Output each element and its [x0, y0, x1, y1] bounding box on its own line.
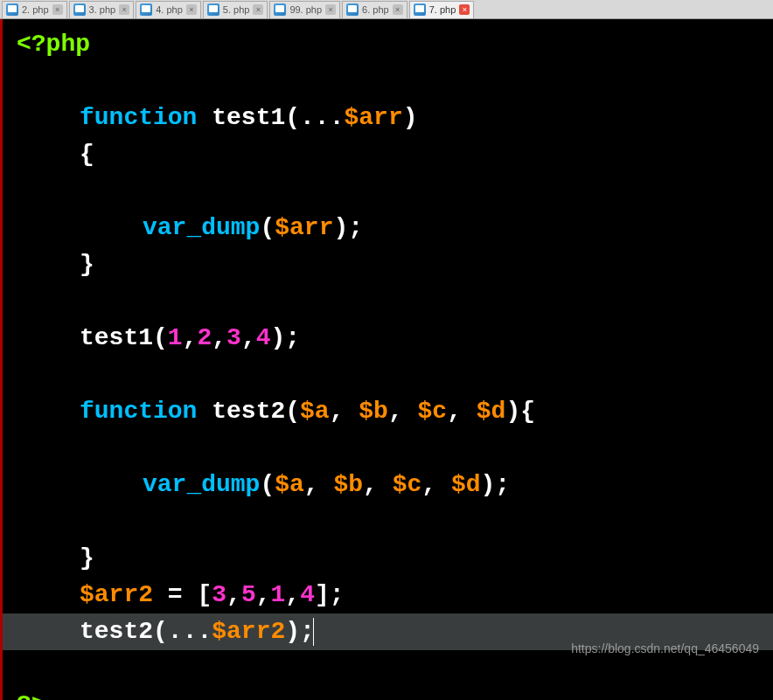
code-line	[17, 173, 759, 210]
tab-label: 4. php	[156, 4, 183, 15]
code-line: var_dump($arr);	[17, 210, 759, 246]
file-icon	[274, 3, 286, 16]
code-line	[17, 503, 759, 540]
code-editor[interactable]: <?php function test1(...$arr) { var_dump…	[0, 19, 773, 700]
close-icon[interactable]: ×	[393, 4, 403, 15]
code-line: ?>	[17, 687, 759, 700]
file-icon	[346, 3, 359, 16]
code-line: {	[17, 136, 759, 173]
tab-label: 2. php	[22, 4, 49, 15]
tab-bar: 2. php × 3. php × 4. php × 5. php × 99. …	[0, 0, 773, 19]
code-line: }	[17, 540, 759, 577]
code-line: }	[17, 246, 759, 283]
file-icon	[6, 3, 18, 16]
file-icon	[73, 3, 86, 16]
tab-label: 6. php	[362, 4, 389, 15]
code-line: function test1(...$arr)	[17, 100, 759, 136]
watermark-text: https://blog.csdn.net/qq_46456049	[571, 640, 759, 658]
code-line: $arr2 = [3,5,1,4];	[17, 577, 759, 613]
code-line	[17, 283, 759, 320]
code-line: <?php	[17, 26, 759, 63]
tab-label: 3. php	[89, 4, 116, 15]
file-icon	[207, 3, 219, 16]
close-icon[interactable]: ×	[325, 4, 336, 15]
text-cursor	[313, 618, 314, 646]
tab-label: 7. php	[429, 4, 456, 15]
file-icon	[414, 3, 426, 16]
close-icon[interactable]: ×	[459, 4, 470, 15]
tab-5-php[interactable]: 5. php ×	[203, 1, 268, 18]
code-line	[17, 63, 759, 100]
tab-2-php[interactable]: 2. php ×	[2, 1, 67, 18]
tab-7-php[interactable]: 7. php ×	[409, 1, 475, 18]
tab-3-php[interactable]: 3. php ×	[69, 1, 135, 18]
tab-label: 99. php	[289, 4, 322, 15]
tab-4-php[interactable]: 4. php ×	[136, 1, 201, 18]
file-icon	[140, 3, 152, 16]
tab-6-php[interactable]: 6. php ×	[342, 1, 407, 18]
tab-label: 5. php	[223, 4, 250, 15]
code-line: var_dump($a, $b, $c, $d);	[17, 467, 759, 503]
close-icon[interactable]: ×	[119, 4, 129, 15]
code-line	[17, 357, 759, 393]
tab-99-php[interactable]: 99. php ×	[269, 1, 340, 18]
close-icon[interactable]: ×	[253, 4, 263, 15]
close-icon[interactable]: ×	[52, 4, 63, 15]
code-line: test1(1,2,3,4);	[17, 320, 759, 357]
code-line: function test2($a, $b, $c, $d){	[17, 393, 759, 430]
close-icon[interactable]: ×	[186, 4, 197, 15]
code-line	[17, 430, 759, 467]
